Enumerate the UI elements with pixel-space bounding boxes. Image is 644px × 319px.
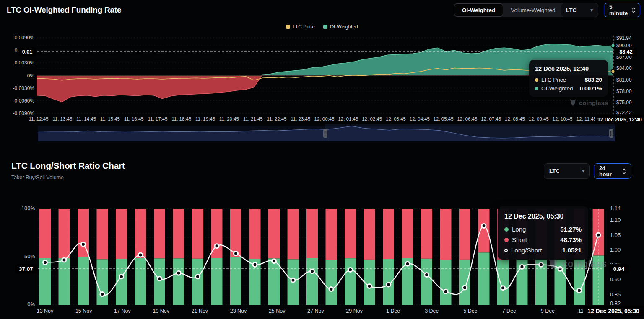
short-bar[interactable] — [459, 209, 470, 260]
tab-volume-weighted[interactable]: Volume-Weighted — [503, 3, 563, 17]
ratio-marker[interactable] — [482, 224, 486, 228]
long-bar[interactable] — [173, 258, 184, 305]
short-bar[interactable] — [154, 209, 165, 258]
legend-item-ltc-price[interactable]: LTC Price — [286, 24, 314, 30]
long-bar[interactable] — [440, 260, 452, 305]
ratio-marker[interactable] — [425, 273, 429, 277]
ratio-interval-select[interactable]: 24 hour — [594, 163, 631, 179]
ratio-marker[interactable] — [215, 244, 219, 248]
legend-label: OI-Weighted — [330, 24, 358, 30]
funding-right-tick: $84.00 — [616, 65, 642, 72]
short-bar[interactable] — [249, 209, 261, 259]
long-bar[interactable] — [421, 259, 432, 305]
coinglass-logo-icon — [569, 99, 576, 107]
watermark-text: coinglass — [579, 99, 608, 106]
funding-symbol-select[interactable]: LTC ▾ — [561, 3, 598, 17]
ratio-symbol-select[interactable]: LTC ▾ — [544, 163, 590, 179]
funding-tooltip: 12 Dec 2025, 12:40 LTC Price $83.20 OI-W… — [529, 60, 608, 97]
short-bar[interactable] — [135, 209, 146, 258]
funding-crosshair-left-value: 0.01 — [18, 48, 36, 56]
chevron-down-icon: ▾ — [582, 168, 584, 174]
ratio-marker[interactable] — [138, 253, 143, 257]
ratio-symbol-value: LTC — [549, 168, 560, 174]
short-bar[interactable] — [192, 209, 203, 259]
tab-oi-weighted[interactable]: OI-Weighted — [454, 3, 503, 17]
short-bar[interactable] — [402, 209, 413, 258]
ratio-marker[interactable] — [272, 259, 276, 263]
ratio-marker[interactable] — [539, 262, 543, 267]
short-bar[interactable] — [326, 209, 337, 260]
long-bar[interactable] — [306, 258, 318, 305]
navigator-handle-right[interactable] — [609, 129, 613, 138]
short-bar[interactable] — [440, 209, 452, 260]
short-bar[interactable] — [78, 209, 89, 257]
ratio-marker[interactable] — [463, 286, 467, 290]
funding-symbol-value: LTC — [566, 7, 576, 13]
funding-left-tick: 0% — [0, 72, 34, 79]
long-bar[interactable] — [268, 258, 280, 305]
long-bar[interactable] — [497, 260, 509, 305]
ratio-right-tick: 1.14 — [610, 205, 635, 212]
ratio-marker[interactable] — [43, 260, 47, 265]
ratio-marker[interactable] — [367, 284, 371, 288]
charts-canvas[interactable] — [0, 0, 644, 319]
long-bar[interactable] — [326, 260, 337, 305]
funding-left-tick: -0.0090% — [0, 110, 34, 117]
ratio-marker[interactable] — [253, 262, 257, 267]
ratio-marker[interactable] — [234, 251, 238, 255]
short-bar[interactable] — [421, 209, 432, 259]
ratio-marker[interactable] — [520, 265, 524, 269]
short-bar[interactable] — [306, 209, 318, 258]
long-bar[interactable] — [364, 260, 375, 305]
long-bar[interactable] — [459, 260, 470, 305]
short-bar[interactable] — [97, 209, 108, 259]
ratio-marker[interactable] — [177, 271, 181, 275]
ratio-x-tick: 3 Dec — [415, 308, 449, 314]
long-bar[interactable] — [78, 257, 89, 305]
ratio-marker[interactable] — [310, 269, 314, 273]
ratio-marker[interactable] — [501, 286, 505, 290]
ratio-marker[interactable] — [329, 287, 333, 291]
ratio-marker[interactable] — [444, 289, 448, 293]
ratio-crosshair-right-value: 0.94 — [609, 264, 629, 273]
short-bar[interactable] — [39, 209, 51, 258]
ratio-left-tick: 0% — [0, 301, 35, 308]
ratio-marker[interactable] — [196, 275, 200, 279]
ratio-right-tick: 0.85 — [610, 291, 635, 298]
long-bar[interactable] — [230, 257, 242, 305]
short-bar[interactable] — [268, 209, 280, 258]
long-bar[interactable] — [97, 259, 108, 305]
ratio-marker[interactable] — [158, 277, 162, 281]
ratio-marker[interactable] — [405, 262, 410, 266]
ratio-marker[interactable] — [348, 268, 353, 272]
ratio-marker[interactable] — [100, 292, 104, 296]
long-bar[interactable] — [135, 258, 146, 305]
short-bar[interactable] — [383, 209, 394, 259]
short-dot-icon — [504, 238, 509, 242]
legend-item-oi-weighted[interactable]: OI-Weighted — [323, 24, 358, 30]
long-bar[interactable] — [478, 252, 490, 305]
long-bar[interactable] — [154, 258, 165, 305]
long-bar[interactable] — [192, 259, 203, 305]
ratio-marker[interactable] — [291, 278, 295, 282]
ratio-x-tick: 9 Dec — [531, 308, 564, 314]
short-bar[interactable] — [230, 209, 242, 257]
short-bar[interactable] — [59, 209, 70, 258]
ratio-marker[interactable] — [119, 275, 124, 279]
ratio-marker[interactable] — [81, 242, 86, 246]
ratio-marker[interactable] — [62, 258, 66, 262]
watermark-text: coinglass — [562, 258, 607, 270]
long-bar[interactable] — [59, 258, 70, 305]
short-bar[interactable] — [345, 209, 356, 258]
long-bar[interactable] — [211, 258, 223, 305]
ratio-marker[interactable] — [577, 288, 582, 293]
up-down-spinner-icon — [632, 7, 636, 13]
long-bar[interactable] — [345, 258, 356, 305]
short-bar[interactable] — [288, 209, 299, 259]
funding-interval-select[interactable]: 5 minute — [604, 3, 640, 17]
short-bar[interactable] — [116, 209, 127, 259]
short-bar[interactable] — [364, 209, 375, 260]
navigator-handle-left[interactable] — [323, 129, 327, 138]
short-bar[interactable] — [173, 209, 184, 258]
ratio-marker[interactable] — [387, 283, 391, 287]
